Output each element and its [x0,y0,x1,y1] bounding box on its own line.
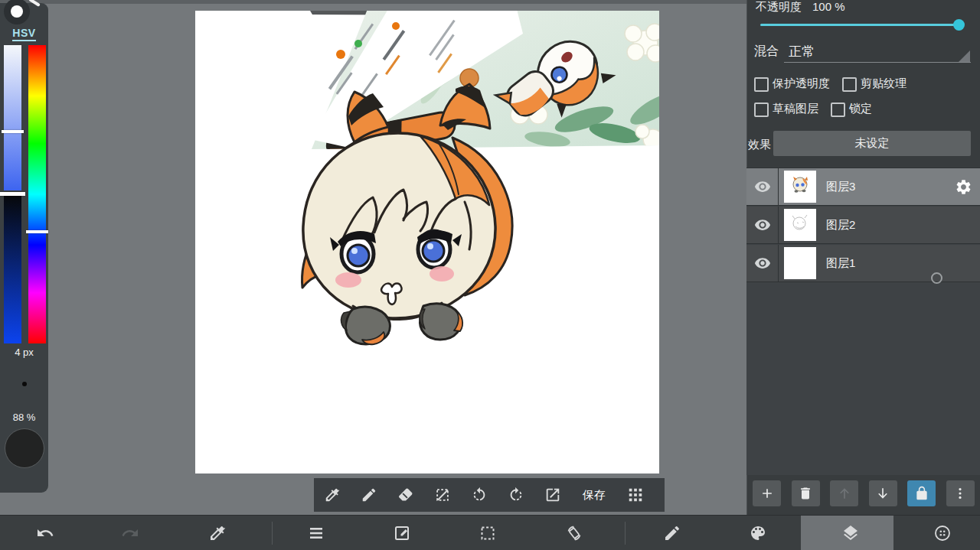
eyedropper-icon[interactable] [208,524,227,542]
checkbox-clipping-label: 剪贴纹理 [861,76,906,91]
delete-layer-button[interactable] [792,480,820,506]
checkbox-protect-alpha-label: 保护透明度 [773,76,830,91]
checkbox-lock[interactable] [831,103,845,117]
palette-icon[interactable] [749,524,767,542]
toolbar-divider [625,522,626,545]
add-layer-button[interactable] [753,480,781,506]
blend-dropdown-caret[interactable] [959,50,970,62]
opacity-slider-thumb[interactable] [953,19,965,31]
eye-icon [754,255,771,272]
eye-icon [754,178,771,195]
more-circle-icon[interactable] [933,524,952,542]
eyedropper-icon[interactable] [314,478,351,512]
layer-buttons-row [753,480,975,507]
value-bar[interactable] [4,196,21,343]
hue-bar[interactable] [28,45,46,343]
deselect-icon[interactable] [424,478,461,512]
saturation-bar[interactable] [4,45,21,190]
scroll-indicator-ring [931,272,942,284]
opacity-slider-track[interactable] [760,24,959,26]
layers-icon[interactable] [841,524,860,542]
rotate-ccw-icon[interactable] [461,478,498,512]
menu-icon[interactable] [307,524,325,542]
layer-name: 图层2 [826,218,855,233]
effect-label: 效果 [748,138,771,152]
edit-icon[interactable] [393,524,411,542]
toolbar-divider [272,522,273,545]
checkbox-draft-layer-label: 草稿图层 [773,102,818,116]
grid-icon[interactable] [617,478,654,512]
brush-opacity-label[interactable]: 88 % [0,412,48,423]
layer-opacity-row: 不透明度100 % [756,0,845,15]
layer-name: 图层3 [826,180,855,194]
export-icon[interactable] [534,478,571,512]
handle-dot [11,5,23,18]
arrow-down-icon [875,486,890,501]
layer-list: 图层3 图层2 图层1 [746,168,980,475]
blend-dropdown-underline [784,62,971,63]
visibility-toggle[interactable] [746,207,779,243]
opacity-label: 不透明度 [756,0,802,13]
eye-icon [754,216,771,233]
checkbox-protect-alpha[interactable] [754,77,769,92]
rotate-canvas-icon[interactable] [565,524,583,542]
checkbox-draft-layer[interactable] [754,103,769,117]
save-button[interactable]: 保存 [573,483,615,507]
brush-size-label[interactable]: 4 px [0,347,48,358]
top-shadow-strip [0,0,746,4]
value-marker[interactable] [0,192,25,196]
hsv-mode-toggle[interactable]: HSV [0,27,48,39]
move-layer-up-button[interactable] [830,480,858,506]
effect-button[interactable]: 未设定 [773,131,971,156]
layer-settings-gear-icon[interactable] [955,178,972,196]
visibility-toggle[interactable] [746,168,779,205]
hue-marker[interactable] [26,230,48,233]
brush-icon[interactable] [663,524,681,542]
trash-icon [798,486,813,501]
bottom-toolbar [0,515,980,550]
dots-vertical-icon [952,486,968,501]
undo-icon[interactable] [36,524,54,542]
color-picker-panel: HSV 4 px 88 % [0,3,48,493]
blend-label: 混合 [754,44,779,60]
plus-icon [760,486,775,501]
lock-layer-button[interactable] [907,480,936,506]
redo-icon[interactable] [121,524,139,542]
canvas-artwork: 惊 蛰 [195,11,659,474]
arrow-up-icon [837,486,852,501]
layer-row-2[interactable]: 图层2 [746,207,980,244]
layer-row-1[interactable]: 图层1 [746,245,980,282]
layer-row-3[interactable]: 图层3 [746,168,980,206]
lock-icon [914,486,929,501]
opacity-value: 100 % [812,0,845,13]
move-layer-down-button[interactable] [869,480,897,506]
eraser-icon[interactable] [387,478,424,512]
visibility-toggle[interactable] [746,245,779,282]
layer-more-button[interactable] [946,480,975,506]
layer-name: 图层1 [826,256,855,271]
pen-icon[interactable] [351,478,387,512]
select-icon[interactable] [479,524,497,542]
canvas-toolbar: 保存 [314,478,665,512]
saturation-marker[interactable] [2,130,24,133]
drawing-canvas[interactable]: 惊 蛰 [195,11,659,474]
checkbox-clipping[interactable] [842,77,857,92]
blend-mode-dropdown[interactable]: 正常 [789,43,815,60]
current-color-swatch[interactable] [5,428,44,468]
checkbox-lock-label: 锁定 [849,102,872,116]
layer-thumbnail [784,209,816,241]
layer-thumbnail [784,247,816,279]
brush-preview-dot [22,382,27,386]
rotate-cw-icon[interactable] [498,478,534,512]
layer-thumbnail [784,171,816,203]
